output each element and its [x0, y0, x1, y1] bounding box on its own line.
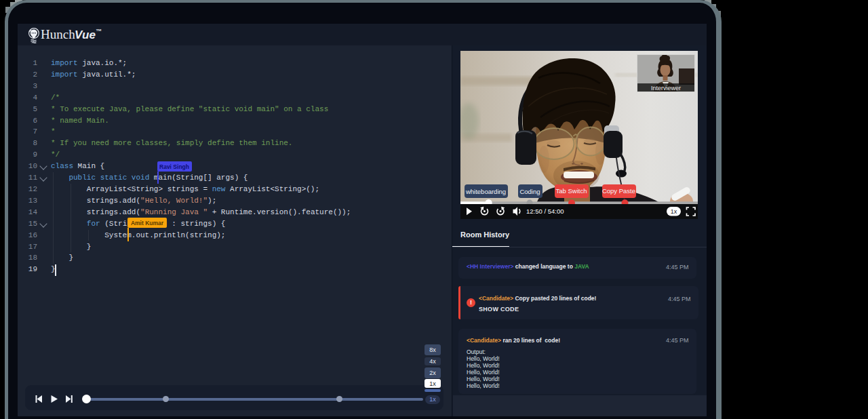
svg-text:Interviewer: Interviewer	[651, 85, 681, 92]
svg-text:1x: 1x	[671, 208, 677, 215]
svg-text:12:50 / 54:00: 12:50 / 54:00	[526, 207, 564, 215]
